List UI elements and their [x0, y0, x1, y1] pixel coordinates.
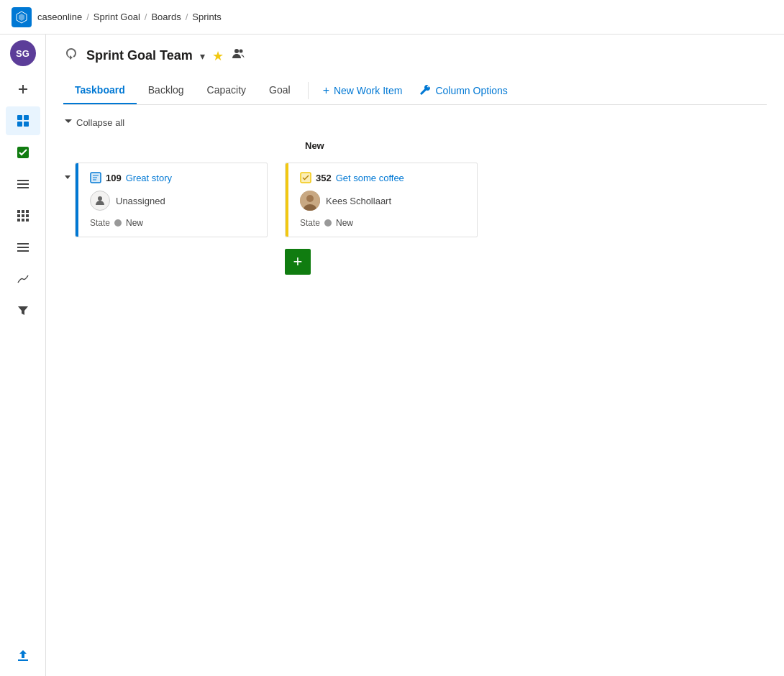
svg-point-22 — [239, 50, 242, 53]
task-icon — [300, 172, 311, 183]
app-logo[interactable] — [12, 7, 32, 27]
card-109: 109 Great story Unassigned — [75, 163, 268, 237]
card-color-bar — [286, 163, 288, 237]
board-area: Collapse all New — [46, 105, 784, 676]
svg-rect-14 — [17, 219, 20, 221]
column-header-new: New — [305, 140, 498, 157]
new-work-item-button[interactable]: + New Work Item — [314, 78, 411, 103]
svg-rect-8 — [17, 210, 20, 213]
add-icon: + — [323, 84, 329, 97]
svg-point-29 — [306, 195, 314, 202]
add-card-button[interactable]: + — [285, 249, 311, 275]
top-bar: caseonline / Sprint Goal / Boards / Spri… — [0, 0, 784, 35]
tab-separator — [308, 82, 309, 99]
avatar[interactable]: SG — [10, 40, 36, 66]
svg-rect-15 — [22, 219, 24, 221]
favorite-icon[interactable]: ★ — [212, 48, 224, 64]
svg-rect-7 — [17, 180, 29, 181]
collapse-icon — [63, 117, 73, 129]
sidebar-item-boards[interactable] — [6, 106, 40, 135]
plus-icon: + — [293, 252, 303, 271]
user-story-icon — [90, 172, 101, 183]
svg-rect-11 — [17, 214, 20, 217]
state-dot — [114, 219, 122, 227]
sidebar-item-check[interactable] — [6, 138, 40, 167]
svg-rect-2 — [17, 122, 22, 127]
assignee-name: Kees Schollaart — [326, 196, 391, 206]
svg-point-25 — [98, 196, 102, 201]
card-title[interactable]: Great story — [126, 173, 172, 183]
svg-rect-13 — [26, 214, 29, 217]
breadcrumb-caseonline[interactable]: caseonline — [37, 12, 82, 22]
svg-rect-9 — [22, 210, 24, 213]
avatar-photo — [300, 191, 320, 211]
title-chevron-icon[interactable]: ▾ — [200, 50, 205, 62]
state-dot — [324, 219, 332, 227]
collapse-all-button[interactable]: Collapse all — [63, 117, 124, 129]
svg-rect-10 — [26, 210, 29, 213]
svg-rect-6 — [17, 183, 29, 185]
svg-rect-19 — [17, 250, 29, 252]
page-header: Sprint Goal Team ▾ ★ Taskboard Backlog C… — [46, 35, 784, 105]
tab-taskboard[interactable]: Taskboard — [63, 77, 137, 104]
column-options-button[interactable]: Column Options — [411, 78, 516, 104]
story-collapse-arrow[interactable] — [63, 163, 75, 184]
tabs-bar: Taskboard Backlog Capacity Goal + New Wo… — [63, 77, 767, 105]
svg-rect-18 — [17, 247, 29, 248]
svg-rect-12 — [22, 214, 24, 217]
card-id: 352 — [316, 173, 332, 183]
svg-rect-17 — [17, 243, 29, 245]
breadcrumb-sprints[interactable]: Sprints — [192, 12, 221, 22]
breadcrumb: caseonline / Sprint Goal / Boards / Spri… — [37, 12, 222, 22]
page-title-row: Sprint Goal Team ▾ ★ — [63, 46, 767, 65]
content: Sprint Goal Team ▾ ★ Taskboard Backlog C… — [46, 35, 784, 676]
sidebar: SG — [0, 35, 46, 676]
page-title: Sprint Goal Team — [86, 48, 193, 63]
tab-backlog[interactable]: Backlog — [137, 77, 196, 104]
svg-point-21 — [234, 49, 239, 53]
state-label: State — [300, 218, 320, 228]
svg-rect-0 — [17, 115, 22, 120]
tab-capacity[interactable]: Capacity — [196, 77, 257, 104]
unassigned-icon — [90, 191, 110, 211]
svg-rect-1 — [24, 115, 29, 120]
sidebar-item-layers[interactable] — [6, 233, 40, 262]
card-title[interactable]: Get some coffee — [336, 173, 404, 183]
card-352: 352 Get some coffee Kees — [285, 163, 478, 237]
svg-rect-3 — [24, 122, 29, 127]
svg-rect-20 — [18, 659, 28, 661]
tab-goal[interactable]: Goal — [257, 77, 302, 104]
state-value: New — [336, 218, 353, 228]
wrench-icon — [419, 84, 431, 98]
card-id: 109 — [106, 173, 122, 183]
state-label: State — [90, 218, 110, 228]
sidebar-item-add[interactable] — [6, 75, 40, 104]
board-toolbar: Collapse all — [63, 117, 767, 129]
breadcrumb-boards[interactable]: Boards — [151, 12, 181, 22]
svg-rect-16 — [26, 219, 29, 221]
sidebar-item-deploy[interactable] — [6, 641, 40, 670]
sprint-icon — [63, 46, 79, 65]
state-value: New — [126, 218, 143, 228]
sidebar-item-grid[interactable] — [6, 201, 40, 230]
card-color-bar — [76, 163, 78, 237]
people-icon[interactable] — [231, 47, 245, 65]
sidebar-item-analytics[interactable] — [6, 265, 40, 293]
story-row: 109 Great story Unassigned — [63, 163, 767, 275]
svg-rect-5 — [17, 187, 29, 188]
breadcrumb-sprint-goal[interactable]: Sprint Goal — [94, 12, 140, 22]
assignee-name: Unassigned — [116, 196, 165, 206]
main-layout: SG — [0, 35, 784, 676]
sidebar-item-filter[interactable] — [6, 296, 40, 325]
sidebar-item-backlog[interactable] — [6, 170, 40, 198]
